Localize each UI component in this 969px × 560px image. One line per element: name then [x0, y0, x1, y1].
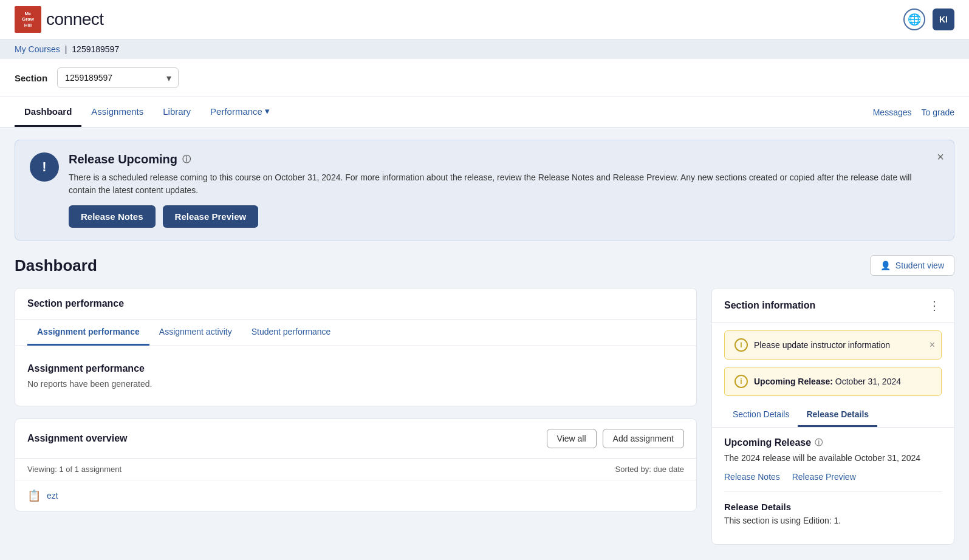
assignment-overview-card: Assignment overview View all Add assignm…	[15, 418, 697, 511]
info-icon: i	[734, 338, 748, 352]
tab-assignment-performance[interactable]: Assignment performance	[27, 319, 149, 346]
close-icon[interactable]: ×	[930, 340, 935, 350]
alert-icon-wrap: !	[30, 152, 59, 182]
section-performance-card: Section performance Assignment performan…	[15, 288, 697, 406]
avatar[interactable]: KI	[933, 9, 954, 30]
header-right: 🌐 KI	[903, 9, 954, 30]
perf-content-body: No reports have been generated.	[27, 379, 684, 389]
section-information-card: Section information ⋮ i Please update in…	[711, 288, 954, 545]
globe-icon[interactable]: 🌐	[903, 9, 925, 30]
performance-tabs: Assignment performance Assignment activi…	[15, 319, 696, 346]
page-title: Dashboard	[15, 256, 97, 275]
info-icon[interactable]: ⓘ	[815, 437, 823, 448]
section-info-header: Section information ⋮	[712, 289, 954, 323]
perf-content-title: Assignment performance	[27, 363, 684, 374]
section-bar: Section 1259189597	[0, 59, 969, 97]
assignment-overview-title: Assignment overview	[27, 433, 128, 444]
nav-tabs: Dashboard Assignments Library Performanc…	[0, 97, 969, 128]
list-item: 📋 ezt	[15, 480, 696, 511]
more-options-button[interactable]: ⋮	[928, 298, 942, 313]
nav-tabs-right: Messages To grade	[873, 99, 954, 126]
release-details-content: Upcoming Release ⓘ The 2024 release will…	[712, 428, 954, 544]
release-details-body: This section is using Edition: 1.	[724, 514, 942, 527]
upcoming-release-body: The 2024 release will be available Octob…	[724, 452, 942, 465]
tab-assignment-activity[interactable]: Assignment activity	[149, 319, 242, 346]
viewing-text: Viewing: 1 of 1 assignment	[27, 465, 122, 474]
tab-library[interactable]: Library	[153, 97, 200, 127]
chevron-down-icon: ▾	[265, 106, 270, 117]
left-column: Section performance Assignment performan…	[15, 288, 697, 524]
info-icon[interactable]: ⓘ	[182, 154, 191, 165]
release-notes-link[interactable]: Release Notes	[724, 472, 780, 482]
shield-exclamation-icon: !	[42, 159, 46, 175]
release-details-section: Release Details This section is using Ed…	[724, 491, 942, 527]
alert-body: Release Upcoming ⓘ There is a scheduled …	[69, 152, 939, 228]
alert-text: There is a scheduled release coming to t…	[69, 171, 939, 197]
to-grade-link[interactable]: To grade	[922, 99, 954, 126]
header: Mc Graw Hill connect 🌐 KI	[0, 0, 969, 39]
tab-release-details[interactable]: Release Details	[798, 403, 877, 427]
tab-section-details[interactable]: Section Details	[724, 403, 798, 427]
my-courses-link[interactable]: My Courses	[15, 44, 60, 54]
mcgraw-hill-logo: Mc Graw Hill	[15, 6, 41, 33]
upcoming-release-title: Upcoming Release ⓘ	[724, 437, 942, 448]
instructor-info-alert: i Please update instructor information ×	[724, 330, 942, 360]
upcoming-release-text: Upcoming Release: October 31, 2024	[754, 377, 901, 386]
section-info-title: Section information	[724, 300, 815, 311]
release-preview-button[interactable]: Release Preview	[163, 205, 259, 228]
assignment-item-name[interactable]: ezt	[47, 491, 58, 500]
assignment-actions: View all Add assignment	[547, 429, 684, 448]
tab-performance[interactable]: Performance ▾	[200, 97, 279, 127]
view-all-button[interactable]: View all	[547, 429, 597, 448]
breadcrumb-section-id: 1259189597	[72, 44, 119, 54]
app-name: connect	[46, 10, 104, 29]
student-view-button[interactable]: 👤 Student view	[870, 255, 954, 276]
section-performance-header: Section performance	[15, 289, 696, 319]
assignment-overview-header: Assignment overview View all Add assignm…	[15, 419, 696, 459]
assignment-item-icon: 📋	[27, 489, 41, 502]
sorted-by-text: Sorted by: due date	[615, 465, 684, 474]
right-column: Section information ⋮ i Please update in…	[711, 288, 954, 557]
release-preview-link[interactable]: Release Preview	[792, 472, 856, 482]
add-assignment-button[interactable]: Add assignment	[603, 429, 684, 448]
release-details-title: Release Details	[724, 502, 942, 512]
tab-student-performance[interactable]: Student performance	[242, 319, 341, 346]
close-icon[interactable]: ×	[937, 150, 944, 164]
section-select-wrap: 1259189597	[57, 67, 179, 88]
alert-banner: ! Release Upcoming ⓘ There is a schedule…	[15, 140, 954, 241]
release-links: Release Notes Release Preview	[724, 472, 942, 482]
section-dropdown[interactable]: 1259189597	[57, 67, 179, 88]
messages-link[interactable]: Messages	[873, 99, 912, 126]
section-label: Section	[15, 73, 47, 83]
breadcrumb: My Courses | 1259189597	[0, 39, 969, 59]
logo-area: Mc Graw Hill connect	[15, 6, 104, 33]
tab-dashboard[interactable]: Dashboard	[15, 97, 81, 127]
upcoming-release-alert: i Upcoming Release: October 31, 2024	[724, 367, 942, 396]
two-column-layout: Section performance Assignment performan…	[15, 288, 954, 557]
alert-title: Release Upcoming ⓘ	[69, 152, 939, 166]
person-icon: 👤	[880, 261, 891, 270]
nav-tabs-left: Dashboard Assignments Library Performanc…	[15, 97, 279, 127]
alert-buttons: Release Notes Release Preview	[69, 205, 939, 228]
breadcrumb-separator: |	[65, 44, 67, 54]
dashboard-title-row: Dashboard 👤 Student view	[15, 255, 954, 276]
performance-content: Assignment performance No reports have b…	[15, 346, 696, 406]
tab-assignments[interactable]: Assignments	[81, 97, 153, 127]
assignment-meta: Viewing: 1 of 1 assignment Sorted by: du…	[15, 459, 696, 480]
main-content: ! Release Upcoming ⓘ There is a schedule…	[0, 128, 969, 560]
info-icon: i	[734, 375, 748, 388]
section-performance-title: Section performance	[27, 298, 124, 309]
instructor-alert-text: Please update instructor information	[754, 340, 890, 350]
release-notes-button[interactable]: Release Notes	[69, 205, 156, 228]
info-tabs: Section Details Release Details	[712, 403, 954, 428]
